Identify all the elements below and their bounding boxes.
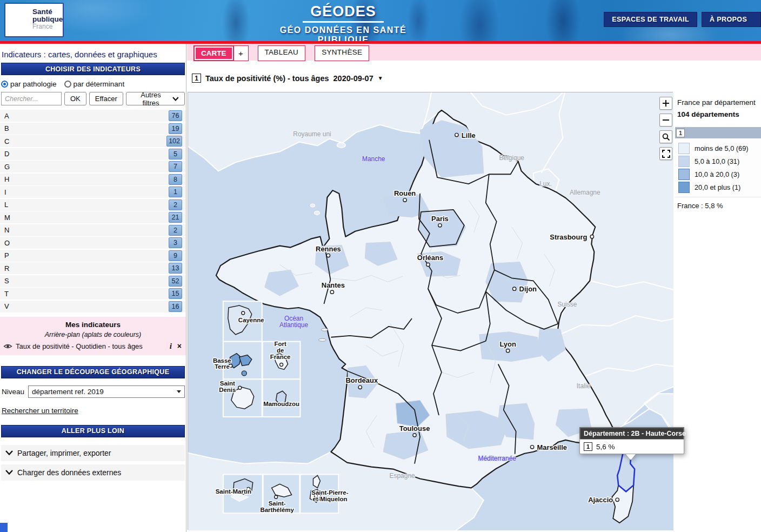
indicator-date[interactable]: 2020-09-07 xyxy=(333,74,373,83)
letter-count-badge: 9 xyxy=(169,250,182,261)
city-marker xyxy=(358,385,362,389)
autres-filtres-button[interactable]: Autres filtres xyxy=(126,92,185,105)
search-input[interactable] xyxy=(1,92,62,105)
letter-count-badge: 21 xyxy=(169,212,182,223)
sante-publique-france-logo[interactable]: Santé publique France xyxy=(4,3,64,37)
city-label: Orléans xyxy=(417,254,443,262)
indicator-letter-row[interactable]: O3 xyxy=(0,237,186,249)
espaces-de-travail-button[interactable]: ESPACES DE TRAVAIL xyxy=(604,12,697,27)
country-label: Lux. xyxy=(539,180,552,188)
niveau-select[interactable]: département ref. 2019 xyxy=(28,385,185,398)
ok-button[interactable]: OK xyxy=(64,92,86,105)
legend-class-row: 20,0 et plus (1) xyxy=(678,182,761,193)
tab-tableau[interactable]: TABLEAU xyxy=(258,45,306,61)
effacer-button[interactable]: Effacer xyxy=(89,92,123,105)
indicator-letter-row[interactable]: I1 xyxy=(0,186,186,198)
legend-classes: moins de 5,0 (69)5,0 à 10,0 (31)10,0 à 2… xyxy=(675,138,761,197)
indicator-letter-row[interactable]: B19 xyxy=(0,123,186,135)
chevron-down-icon xyxy=(5,450,13,455)
logo-line1: Santé xyxy=(32,8,63,16)
active-indicator-row: Taux de positivité - Quotidien - tous âg… xyxy=(3,342,183,351)
letter-label: A xyxy=(4,112,9,120)
legend-swatch xyxy=(678,143,690,154)
letter-count-badge: 13 xyxy=(169,263,182,274)
zoom-box-button[interactable] xyxy=(659,130,672,143)
country-label: Allemagne xyxy=(570,189,600,196)
city-label: Nantes xyxy=(322,281,345,289)
legend-class-label: 10,0 à 20,0 (3) xyxy=(695,170,739,178)
partager-collapsible[interactable]: Partager, imprimer, exporter xyxy=(1,445,185,461)
letter-count-badge: 7 xyxy=(169,161,182,172)
zoom-in-button[interactable] xyxy=(659,97,672,110)
header: Santé publique France GÉODES GÉO DONNÉES… xyxy=(0,0,761,41)
legend-title: France par département xyxy=(677,98,761,107)
indicator-type-radios: par pathologie par déterminant xyxy=(1,80,186,88)
charger-donnees-collapsible[interactable]: Charger des données externes xyxy=(1,464,185,481)
indicator-letter-row[interactable]: R13 xyxy=(0,262,186,274)
indicator-letter-row[interactable]: G7 xyxy=(0,161,186,172)
indicator-letter-row[interactable]: H8 xyxy=(0,174,186,185)
radio-par-pathologie[interactable]: par pathologie xyxy=(1,80,57,88)
letter-count-badge: 1 xyxy=(169,187,182,197)
indicator-letter-row[interactable]: V16 xyxy=(0,301,186,312)
add-map-button[interactable]: + xyxy=(233,46,248,61)
inset-label: Cayenne xyxy=(238,317,264,323)
rechercher-territoire-link[interactable]: Rechercher un territoire xyxy=(2,407,78,415)
legend-layer-bar[interactable]: 1 xyxy=(675,127,761,138)
indicator-bar: 1 Taux de positivité (%) - tous âges 202… xyxy=(192,74,383,83)
indicator-title: Taux de positivité (%) - tous âges xyxy=(205,74,329,83)
indicator-letter-row[interactable]: L2 xyxy=(0,199,186,211)
letter-label: M xyxy=(4,214,10,222)
legend-swatch xyxy=(678,182,690,193)
fullscreen-button[interactable] xyxy=(659,147,672,160)
indicator-letter-row[interactable]: D5 xyxy=(0,148,186,160)
city-label: Marseille xyxy=(537,443,567,451)
changer-decoupage-banner[interactable]: CHANGER LE DÉCOUPAGE GÉOGRAPHIQUE xyxy=(1,366,185,378)
letter-count-badge: 2 xyxy=(169,200,182,210)
inset-city-marker xyxy=(275,495,278,498)
map-controls xyxy=(659,97,673,160)
city-label: Rouen xyxy=(394,189,416,197)
mes-indicateurs-title: Mes indicateurs xyxy=(3,321,183,329)
search-row: OK Effacer Autres filtres xyxy=(1,92,185,105)
city-marker xyxy=(413,434,416,437)
france-map[interactable]: Royaume uniBelgiqueLux.AllemagneSuisseIt… xyxy=(188,92,673,530)
inset-city-marker xyxy=(280,363,283,367)
tab-synthese[interactable]: SYNTHÈSE xyxy=(315,45,369,61)
carte-tab-group: CARTE + xyxy=(193,45,249,61)
aller-plus-loin-banner[interactable]: ALLER PLUS LOIN xyxy=(1,425,185,437)
radio-par-determinant-label: par déterminant xyxy=(74,80,125,88)
legend-class-label: 20,0 et plus (1) xyxy=(695,183,740,191)
tab-carte[interactable]: CARTE xyxy=(195,46,233,60)
indicator-letter-row[interactable]: M21 xyxy=(0,211,186,223)
date-dropdown-caret-icon[interactable]: ▼ xyxy=(378,75,383,81)
indicator-letter-row[interactable]: A76 xyxy=(0,110,186,122)
indicator-letter-row[interactable]: T15 xyxy=(0,288,186,300)
zoom-out-button[interactable] xyxy=(659,114,672,127)
letter-count-badge: 5 xyxy=(169,149,182,159)
choisir-indicateurs-banner[interactable]: CHOISIR DES INDICATEURS xyxy=(1,63,185,75)
app-title: GÉODES xyxy=(303,3,384,23)
indicator-letter-row[interactable]: C102 xyxy=(0,135,186,147)
legend-class-label: 5,0 à 10,0 (31) xyxy=(695,157,739,165)
info-icon[interactable]: i xyxy=(170,342,172,351)
letter-count-badge: 19 xyxy=(169,123,182,134)
tooltip-arrow xyxy=(626,454,636,460)
tooltip-title: Département : 2B - Haute-Corse xyxy=(579,427,684,439)
app-subtitle: GÉO DONNÉES EN SANTÉ PUBLIQUE xyxy=(254,25,432,41)
legend-class-row: 10,0 à 20,0 (3) xyxy=(678,169,761,180)
indicator-letter-row[interactable]: P9 xyxy=(0,250,186,262)
eye-icon[interactable] xyxy=(3,343,12,349)
inset-label: Mamoudzou xyxy=(263,401,299,407)
sea-label: Manche xyxy=(362,155,385,163)
indicator-letter-row[interactable]: S52 xyxy=(0,275,186,287)
a-propos-button[interactable]: À PROPOS xyxy=(702,12,761,27)
close-icon[interactable]: × xyxy=(177,342,182,350)
letter-count-badge: 76 xyxy=(169,110,182,121)
header-nav: ESPACES DE TRAVAIL À PROPOS xyxy=(604,12,761,27)
indicator-letter-row[interactable]: N2 xyxy=(0,224,186,236)
legend-footer: France : 5,8 % xyxy=(677,202,761,210)
mes-indicateurs-subtitle: Arrière-plan (aplats de couleurs) xyxy=(3,331,183,338)
radio-par-determinant[interactable]: par déterminant xyxy=(64,80,125,88)
letter-label: G xyxy=(4,163,10,171)
